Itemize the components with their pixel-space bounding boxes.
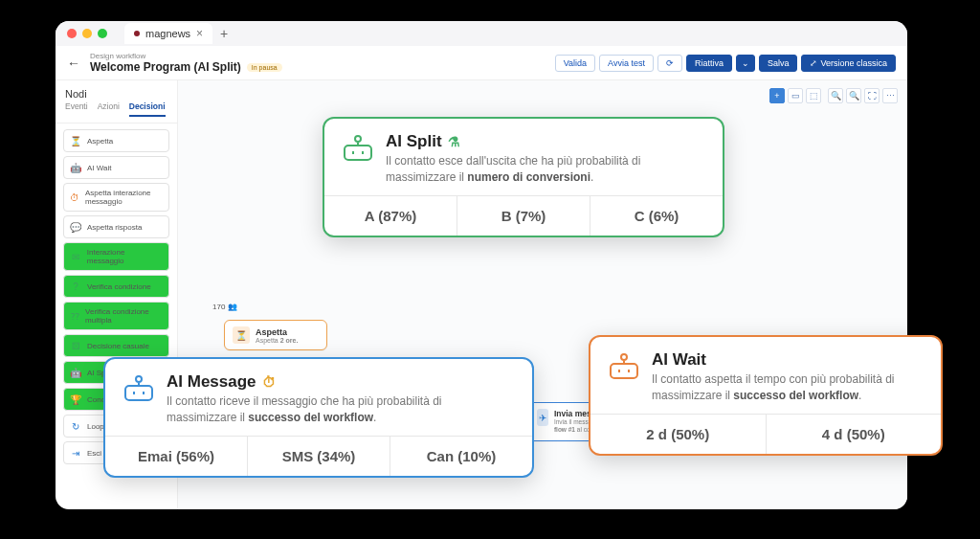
palette-node-item[interactable]: ⏱Aspetta interazione messaggio [63,183,169,212]
split-option-c[interactable]: C (6%) [590,196,723,236]
callout-desc: Il contatto esce dall'uscita che ha più … [386,153,705,186]
tab-favicon-dot [134,31,140,36]
canvas-layout-icon[interactable]: ▭ [788,88,803,103]
app-toolbar: ← Design workflow Welcome Program (AI Sp… [56,46,907,80]
palette-node-item[interactable]: 💬Aspetta risposta [63,215,169,238]
bot-icon [122,372,155,407]
back-arrow-icon[interactable]: ← [67,56,80,71]
node-label: Verifica condizione [87,282,151,291]
flask-icon: ⚗ [448,134,460,149]
node-icon: ⁇ [70,310,79,322]
node-icon: ⏱ [70,191,79,203]
sidebar-tabs: Eventi Azioni Decisioni [56,101,177,124]
split-option-b[interactable]: B (7%) [457,196,590,236]
callout-ai-wait: AI Wait Il contatto aspetta il tempo con… [589,335,943,456]
hourglass-icon: ⏳ [233,326,250,344]
node-label: Decisione casuale [87,342,149,350]
node-icon: 🤖 [70,162,81,173]
split-option-a[interactable]: A (87%) [324,196,457,236]
node-icon: ⇥ [70,447,81,459]
classic-version-button[interactable]: ⤢Versione classica [801,55,896,72]
palette-node-item[interactable]: ?Verifica condizione [63,275,169,298]
wait-node-title: Aspetta [256,327,298,337]
more-icon[interactable]: ⋯ [882,88,898,103]
node-icon: 💬 [70,221,81,233]
node-label: Aspetta interazione messaggio [85,189,163,206]
callout-title: AI Wait [652,350,924,370]
palette-node-item[interactable]: ⏳Aspetta [63,129,169,152]
reactivate-button[interactable]: Riattiva [686,55,732,72]
flow-node-wait[interactable]: ⏳ Aspetta Aspetta 2 ore. [224,320,327,350]
fit-view-icon[interactable]: ⛶ [864,88,880,103]
browser-tabs: magnews × + [124,23,228,44]
node-icon: ⚄ [70,340,81,351]
maximize-window-dot[interactable] [98,29,107,38]
node-icon: ✉ [70,251,81,262]
callout-ai-split: AI Split⚗ Il contatto esce dall'uscita c… [323,117,724,237]
save-button[interactable]: Salva [759,55,798,72]
wait-node-desc: Aspetta 2 ore. [256,337,298,344]
send-message-icon: ✈ [537,409,548,426]
window-controls [67,29,107,38]
status-badge: In pausa [247,63,282,72]
callout-ai-message: AI Message ⏱ Il contatto riceve il messa… [103,357,534,478]
sidebar-tab-actions[interactable]: Azioni [98,101,120,117]
reactivate-dropdown-icon[interactable]: ⌄ [736,55,755,72]
edge-count-1: 170 👥 [212,303,237,311]
palette-node-item[interactable]: 🤖AI Wait [63,156,169,179]
node-icon: ? [70,281,81,292]
sidebar-tab-events[interactable]: Eventi [65,101,88,117]
validate-button[interactable]: Valida [555,55,595,72]
msg-option-can[interactable]: Can (10%) [390,437,532,476]
wait-option-1[interactable]: 2 d (50%) [590,415,767,454]
zoom-in-icon[interactable]: 🔍 [828,88,843,103]
palette-node-item[interactable]: ✉Interazione messaggio [63,242,169,271]
node-icon: ⏳ [70,135,81,146]
wait-option-2[interactable]: 4 d (50%) [767,415,942,454]
node-icon: ↻ [70,420,81,432]
node-label: Aspetta [87,137,113,146]
canvas-select-icon[interactable]: ⬚ [806,88,821,103]
canvas-toolbar: + ▭ ⬚ 🔍 🔍 ⛶ ⋯ [769,88,898,103]
node-icon: 🏆 [70,393,81,405]
start-test-button[interactable]: Avvia test [599,55,654,72]
minimize-window-dot[interactable] [82,29,92,38]
close-window-dot[interactable] [67,29,77,38]
callout-title: AI Message [167,372,256,392]
msg-option-sms[interactable]: SMS (34%) [248,437,390,476]
breadcrumb: Design workflow [90,52,282,60]
palette-node-item[interactable]: ⁇Verifica condizione multipla [63,302,169,330]
close-tab-icon[interactable]: × [196,27,203,40]
node-label: Aspetta risposta [87,223,142,232]
node-label: Interazione messaggio [87,248,163,265]
node-label: AI Wait [87,164,111,172]
browser-tab[interactable]: magnews × [124,23,212,44]
callout-desc: Il contatto aspetta il tempo con più pro… [652,371,924,404]
canvas-add-icon[interactable]: + [769,88,785,103]
new-tab-icon[interactable]: + [220,26,228,41]
node-label: Verifica condizione multipla [85,307,163,325]
msg-option-email[interactable]: Emai (56%) [105,437,248,476]
timer-icon: ⏱ [262,374,276,390]
zoom-out-icon[interactable]: 🔍 [846,88,861,103]
callout-title: AI Split [386,132,442,151]
node-label: Esci [87,449,101,458]
refresh-button[interactable]: ⟳ [657,55,682,72]
callout-desc: Il contatto riceve il messaggio che ha p… [167,393,515,426]
bot-icon [608,350,640,385]
titlebar: magnews × + [56,21,907,46]
node-icon: 🤖 [70,367,81,378]
page-title: Welcome Program (AI Split) [90,60,241,74]
sidebar-tab-decisions[interactable]: Decisioni [129,101,166,117]
tab-title: magnews [145,28,190,39]
palette-node-item[interactable]: ⚄Decisione casuale [63,334,169,357]
page-heading: Design workflow Welcome Program (AI Spli… [90,52,282,74]
bot-icon [342,132,374,167]
sidebar-title: Nodi [56,80,177,101]
node-label: Loop [87,422,104,431]
